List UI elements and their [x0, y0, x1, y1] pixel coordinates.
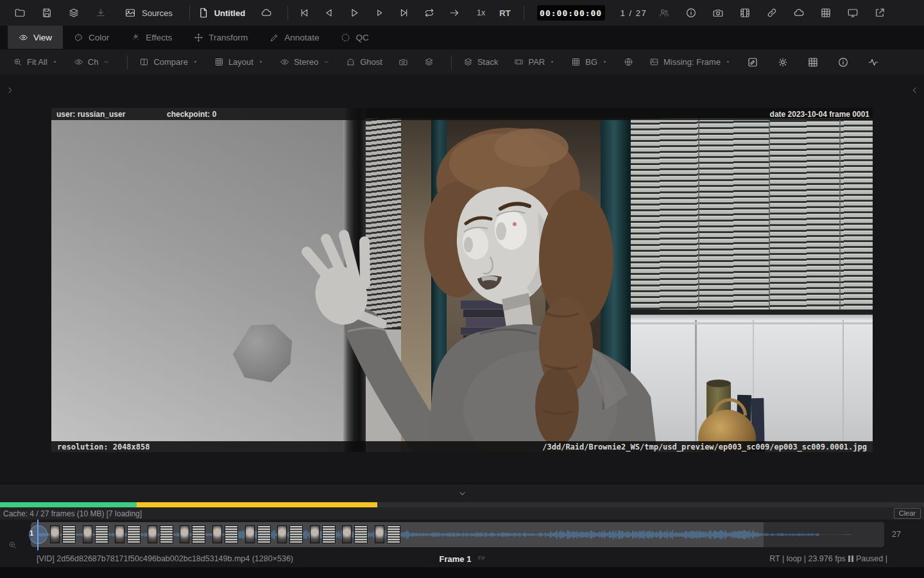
sources-button[interactable]: Sources: [124, 7, 173, 19]
frame-unit-label[interactable]: F#: [478, 555, 485, 561]
skip-to-end-icon[interactable]: [398, 7, 410, 19]
speed-toggle[interactable]: 1x: [477, 8, 485, 17]
pixel-aspect-icon: [514, 57, 524, 67]
palette-icon: [74, 33, 83, 42]
download-icon[interactable]: [95, 7, 107, 19]
tab-annotate[interactable]: Annotate: [259, 26, 330, 49]
ghost-toggle[interactable]: Ghost: [346, 57, 382, 67]
collapse-chevron-down-icon[interactable]: [458, 489, 467, 498]
film-icon[interactable]: [739, 7, 751, 19]
compare-dropdown[interactable]: Compare: [139, 57, 198, 67]
pop-out-icon[interactable]: [874, 7, 886, 19]
chevron-down-icon: [323, 58, 330, 66]
viewer-image[interactable]: user: russian_user checkpoint: 0 date 20…: [51, 108, 873, 452]
open-folder-icon[interactable]: [14, 7, 26, 19]
play-direction-icon[interactable]: [449, 7, 460, 19]
timeline-track[interactable]: [31, 522, 884, 547]
info-icon[interactable]: [837, 57, 849, 68]
app-window: Sources Untitled 1x RT 00:00:00:00 1 / 2…: [0, 0, 924, 578]
fit-all-dropdown[interactable]: Fit All: [13, 57, 58, 67]
tab-effects[interactable]: Effects: [120, 26, 183, 49]
burnin-bottom: resolution: 2048x858 /3dd/Raid/Brownie2_…: [51, 441, 873, 452]
timeline-thumbnail[interactable]: [212, 525, 222, 543]
edit-icon[interactable]: [747, 57, 758, 68]
channel-dropdown[interactable]: Ch: [74, 57, 110, 67]
snapshot-camera-icon[interactable]: [712, 7, 724, 19]
session-title[interactable]: Untitled: [198, 7, 245, 19]
ghost-label: Ghost: [360, 57, 382, 67]
play-forward-icon[interactable]: [373, 7, 385, 19]
tab-label: View: [33, 33, 52, 42]
presentation-monitor-icon[interactable]: [847, 7, 859, 19]
timeline-thumbnail[interactable]: [342, 525, 352, 543]
timeline-thumbnail[interactable]: [322, 525, 336, 543]
timeline-thumbnail[interactable]: [375, 525, 384, 543]
layout-dropdown[interactable]: Layout: [214, 57, 264, 67]
layers-button[interactable]: [424, 57, 434, 67]
burnin-date: date 2023-10-04 frame 0001: [770, 110, 869, 119]
tab-qc[interactable]: QC: [330, 26, 379, 49]
stereo-dropdown[interactable]: Stereo: [280, 57, 330, 67]
grid-view-icon[interactable]: [820, 7, 832, 19]
missing-image-icon: [649, 57, 659, 67]
skip-to-start-icon[interactable]: [298, 7, 310, 19]
brightness-icon[interactable]: [777, 57, 789, 68]
play-icon[interactable]: [348, 7, 360, 19]
timeline-thumbnail[interactable]: [277, 525, 287, 543]
sparkles-icon: [131, 33, 141, 42]
users-icon[interactable]: [658, 7, 670, 19]
save-icon[interactable]: [41, 7, 53, 19]
link-icon[interactable]: [766, 7, 778, 19]
snapshot-button[interactable]: [398, 57, 408, 67]
tab-label: Color: [89, 33, 109, 42]
timeline-thumbnail[interactable]: [160, 525, 173, 543]
timeline-thumbnail[interactable]: [245, 525, 255, 543]
timeline-collapse-strip: [0, 484, 924, 502]
scopes-icon[interactable]: [868, 57, 879, 68]
divider: [524, 6, 524, 20]
step-back-icon[interactable]: [323, 7, 335, 19]
timeline-thumbnail[interactable]: [83, 525, 92, 543]
clear-cache-button[interactable]: Clear: [894, 508, 921, 519]
cloud-icon[interactable]: [261, 7, 272, 19]
timecode-display[interactable]: 00:00:00:00: [537, 5, 605, 21]
channel-label: Ch: [88, 57, 99, 67]
timeline-thumbnail[interactable]: [148, 525, 157, 543]
timeline-zoom-icon[interactable]: [8, 540, 17, 550]
timeline-thumbnail[interactable]: [192, 525, 205, 543]
realtime-toggle[interactable]: RT: [499, 8, 510, 18]
grid-overlay-icon[interactable]: [807, 57, 819, 68]
bg-label: BG: [585, 57, 597, 67]
bg-dropdown[interactable]: BG: [571, 57, 608, 67]
info-icon[interactable]: [685, 7, 697, 19]
expand-right-panel-icon[interactable]: [910, 85, 920, 95]
tab-transform[interactable]: Transform: [183, 26, 259, 49]
timeline-thumbnail[interactable]: [50, 525, 60, 543]
missing-frame-dropdown[interactable]: Missing: Frame: [649, 57, 731, 67]
timeline-thumbnail[interactable]: [225, 525, 238, 543]
timeline-thumbnail[interactable]: [115, 525, 124, 543]
stack-button[interactable]: Stack: [463, 57, 499, 67]
file-group: [14, 7, 107, 19]
timeline-thumbnail[interactable]: [257, 525, 271, 543]
timeline-thumbnail[interactable]: [354, 525, 368, 543]
timeline-thumbnail[interactable]: [62, 525, 76, 543]
par-dropdown[interactable]: PAR: [514, 57, 555, 67]
expand-left-panel-icon[interactable]: [5, 85, 15, 95]
frame-counter[interactable]: 1 / 27: [620, 8, 647, 18]
frame-indicator: Frame 1 F#: [0, 554, 924, 564]
timeline-thumbnail[interactable]: [127, 525, 141, 543]
loop-mode-icon[interactable]: [424, 7, 435, 19]
timeline-thumbnail[interactable]: [180, 525, 189, 543]
timeline-thumbnail[interactable]: [310, 525, 320, 543]
timeline-thumbnail[interactable]: [95, 525, 108, 543]
tab-view[interactable]: View: [8, 26, 63, 49]
cloud-sync-icon[interactable]: [793, 7, 805, 19]
colorspace-button[interactable]: [624, 57, 633, 67]
layers-icon[interactable]: [68, 7, 80, 19]
divider: [451, 55, 452, 69]
timeline-thumbnail[interactable]: [289, 525, 303, 543]
caret-down-icon: [193, 59, 198, 65]
tab-color[interactable]: Color: [63, 26, 120, 49]
timeline-thumbnail[interactable]: [387, 525, 400, 543]
